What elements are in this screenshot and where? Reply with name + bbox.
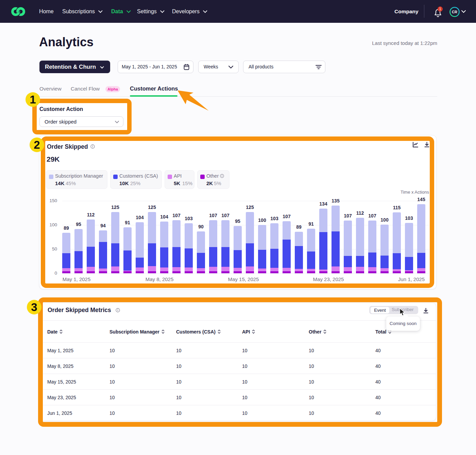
svg-text:CR: CR bbox=[452, 10, 457, 14]
